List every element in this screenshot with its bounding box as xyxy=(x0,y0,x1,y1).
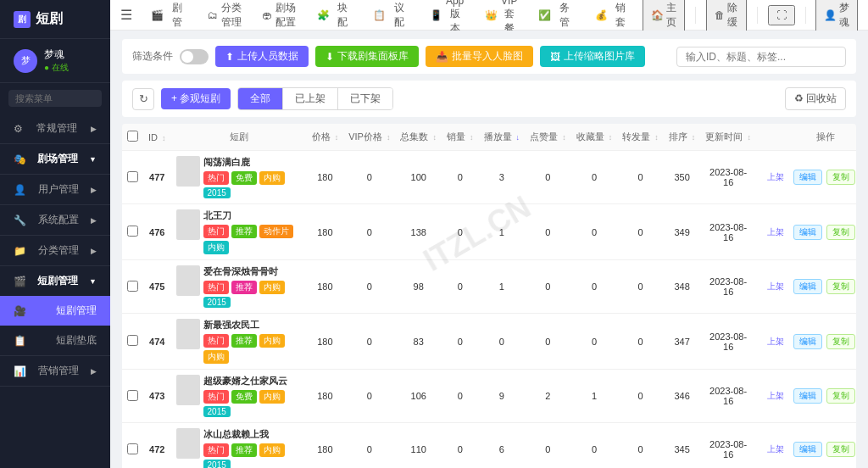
op-up-btn[interactable]: 上架 xyxy=(762,335,789,348)
task-icon: ✅ xyxy=(538,9,551,21)
row-checkbox[interactable] xyxy=(127,226,138,237)
row-drama: 爱在骨深烛骨骨时 热门推荐内购2015 xyxy=(171,260,307,314)
row-likes: 0 xyxy=(525,151,571,204)
row-checkbox[interactable] xyxy=(127,281,138,292)
img-import-btn[interactable]: 🖼 上传缩略图片库 xyxy=(540,46,645,67)
sidebar-item-category-mgmt[interactable]: 📁 分类管理 ▶ xyxy=(0,236,110,265)
recycle-bin-btn[interactable]: ♻ 回收站 xyxy=(785,87,846,110)
row-checkbox-cell xyxy=(122,204,143,260)
op-edit-btn[interactable]: 编辑 xyxy=(793,334,822,349)
row-update-time: 2023-08-16 xyxy=(700,260,756,314)
op-edit-btn[interactable]: 编辑 xyxy=(793,225,822,240)
row-checkbox[interactable] xyxy=(127,443,138,454)
th-ops: 操作 xyxy=(756,124,856,151)
row-checkbox[interactable] xyxy=(127,171,138,182)
vip-icon: 👑 xyxy=(485,9,498,21)
likes-sort-icon[interactable]: ↕ xyxy=(562,133,566,142)
topbar-home-btn[interactable]: 🏠 主页 xyxy=(643,0,685,34)
op-up-btn[interactable]: 上架 xyxy=(762,226,789,239)
th-checkbox xyxy=(122,124,143,151)
menu-toggle-icon[interactable]: ☰ xyxy=(120,7,132,23)
row-likes: 0 xyxy=(525,423,571,469)
drama-title: 超级豪婿之仕家风云 xyxy=(203,375,302,387)
select-all-checkbox[interactable] xyxy=(127,131,138,142)
nav-group-user: 👤 用户管理 ▶ xyxy=(0,175,110,205)
topbar-venue-config-btn[interactable]: 🏟 剧场配置 xyxy=(253,0,305,32)
row-sales: 0 xyxy=(442,151,479,204)
category-icon: 🗂 xyxy=(208,9,218,21)
time-sort-icon[interactable]: ↕ xyxy=(747,133,751,142)
price-sort-icon[interactable]: ↕ xyxy=(335,133,339,142)
sidebar-item-marketing-mgmt[interactable]: 📊 营销管理 ▶ xyxy=(0,356,110,386)
row-checkbox[interactable] xyxy=(127,390,138,401)
th-episodes: 总集数 ↕ xyxy=(395,124,442,151)
tab-group: 全部 已上架 已下架 xyxy=(237,87,393,110)
add-drama-btn[interactable]: + 参观短剧 xyxy=(161,88,231,109)
nav-label: 系统配置 xyxy=(38,213,79,227)
filter-toggle[interactable] xyxy=(180,49,209,64)
sidebar-item-user-mgmt[interactable]: 👤 用户管理 ▶ xyxy=(0,175,110,204)
batch-import-btn[interactable]: 📥 批量导入人脸图 xyxy=(426,46,533,67)
id-sort-icon[interactable]: ↕ xyxy=(162,134,166,142)
shares-sort-icon[interactable]: ↕ xyxy=(654,133,659,142)
nav-label: 剧场管理 xyxy=(37,152,78,166)
sort-sort-icon[interactable]: ↕ xyxy=(692,133,696,142)
drama-table: ID ↕ 短剧 价格 ↕ VIP价格 ↕ 总集数 ↕ 销量 ↕ 播放量 ↓ 点赞… xyxy=(122,124,856,468)
filter-search-input[interactable] xyxy=(676,47,846,67)
drama-tag: 内购 xyxy=(203,241,229,254)
op-edit-btn[interactable]: 编辑 xyxy=(793,170,822,185)
op-up-btn[interactable]: 上架 xyxy=(762,443,789,456)
row-id: 473 xyxy=(143,370,171,423)
row-update-time: 2023-08-16 xyxy=(700,314,756,370)
op-edit-btn[interactable]: 编辑 xyxy=(793,388,822,404)
sidebar-item-drama-bottom[interactable]: 📋 短剧垫底 xyxy=(0,326,110,355)
topbar-user-menu-btn[interactable]: 👤 梦魂 xyxy=(815,0,858,34)
tab-all[interactable]: 全部 xyxy=(238,88,283,109)
sales-sort-icon[interactable]: ↕ xyxy=(470,133,474,142)
drama-tag: 推荐 xyxy=(231,443,257,457)
row-price: 180 xyxy=(307,151,344,204)
sidebar-search-input[interactable] xyxy=(8,90,102,107)
plays-sort-icon[interactable]: ↓ xyxy=(516,133,520,142)
row-plays: 3 xyxy=(479,151,526,204)
row-id: 474 xyxy=(143,314,171,370)
sidebar-item-normal-mgmt[interactable]: ⚙ 常规管理 ▶ xyxy=(0,114,110,143)
sidebar-item-drama-mgmt-header[interactable]: 🎬 短剧管理 ▼ xyxy=(0,266,110,296)
drama-tag: 动作片 xyxy=(259,225,293,238)
op-copy-btn[interactable]: 复制 xyxy=(826,334,855,349)
sidebar-item-drama-manage[interactable]: 🎥 短剧管理 xyxy=(0,296,110,326)
tab-on[interactable]: 已上架 xyxy=(283,88,338,109)
tab-off[interactable]: 已下架 xyxy=(338,88,392,109)
row-checkbox[interactable] xyxy=(127,335,138,346)
topbar-category-management-btn[interactable]: 🗂 分类管理 xyxy=(199,0,251,32)
chevron-icon: ▶ xyxy=(91,125,97,133)
import-icon: ⬆ xyxy=(225,51,234,63)
row-sales: 0 xyxy=(442,370,479,423)
op-copy-btn[interactable]: 复制 xyxy=(826,279,855,294)
op-edit-btn[interactable]: 编辑 xyxy=(793,442,822,457)
table-row: 473 超级豪婿之仕家风云 热门免费内购2015 180 0 106 0 9 2… xyxy=(122,370,856,423)
row-likes: 2 xyxy=(525,370,571,423)
op-up-btn[interactable]: 上架 xyxy=(762,389,789,403)
favorites-sort-icon[interactable]: ↕ xyxy=(609,133,613,142)
sidebar-item-venue-mgmt[interactable]: 🎭 剧场管理 ▼ xyxy=(0,144,110,174)
episodes-sort-icon[interactable]: ↕ xyxy=(432,133,437,142)
drama-tag: 热门 xyxy=(203,334,229,348)
nav-icon: 🎭 xyxy=(14,153,26,165)
refresh-btn[interactable]: ↻ xyxy=(132,88,154,110)
op-copy-btn[interactable]: 复制 xyxy=(826,170,855,185)
row-sort: 348 xyxy=(664,260,701,314)
op-up-btn[interactable]: 上架 xyxy=(762,280,789,293)
vip-sort-icon[interactable]: ↕ xyxy=(387,133,391,142)
row-price: 180 xyxy=(307,370,344,423)
sidebar-item-system-config[interactable]: 🔧 系统配置 ▶ xyxy=(0,205,110,235)
op-up-btn[interactable]: 上架 xyxy=(762,170,789,184)
op-edit-btn[interactable]: 编辑 xyxy=(793,279,822,294)
import-personnel-btn[interactable]: ⬆ 上传人员数据 xyxy=(215,46,309,67)
topbar-fullscreen-btn[interactable]: ⛶ xyxy=(768,5,795,25)
table-row: 477 闯荡满白鹿 热门免费内购2015 180 0 100 0 3 0 0 0… xyxy=(122,151,856,204)
export-panel-btn[interactable]: ⬇ 下载剧集面板库 xyxy=(315,46,419,67)
op-copy-btn[interactable]: 复制 xyxy=(826,225,855,240)
op-copy-btn[interactable]: 复制 xyxy=(826,388,855,404)
op-copy-btn[interactable]: 复制 xyxy=(826,442,855,457)
